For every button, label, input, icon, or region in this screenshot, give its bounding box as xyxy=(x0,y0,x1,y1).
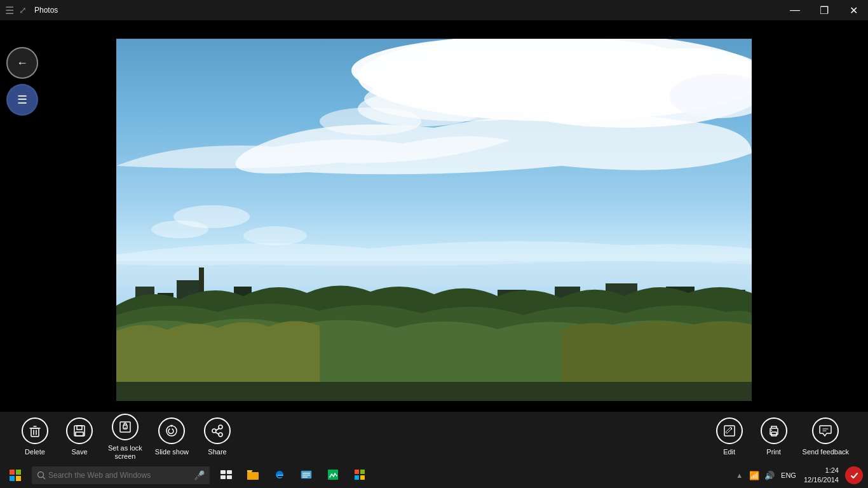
set-lock-screen-label: Set as lock screen xyxy=(108,444,142,461)
print-icon xyxy=(761,417,787,444)
svg-point-41 xyxy=(771,430,772,431)
edit-icon xyxy=(716,417,743,444)
svg-rect-30 xyxy=(116,382,752,401)
file-manager-button[interactable] xyxy=(294,463,319,488)
title-bar: ☰ ⤢ Photos — ❐ ✕ xyxy=(0,0,868,20)
task-view-button[interactable] xyxy=(214,463,239,488)
print-button[interactable]: Print xyxy=(752,417,796,456)
share-label: Share xyxy=(208,448,226,456)
hamburger-icon[interactable]: ☰ xyxy=(5,4,14,17)
svg-rect-49 xyxy=(220,475,226,479)
save-icon xyxy=(66,417,93,444)
svg-rect-40 xyxy=(771,432,776,436)
svg-rect-57 xyxy=(355,470,359,474)
send-feedback-button[interactable]: Send feedback xyxy=(796,417,855,456)
volume-icon[interactable]: 🔊 xyxy=(764,471,775,480)
svg-rect-13 xyxy=(116,261,752,287)
set-lock-screen-button[interactable]: Set as lock screen xyxy=(102,414,149,461)
svg-rect-59 xyxy=(355,475,359,480)
svg-point-61 xyxy=(848,469,860,482)
svg-rect-53 xyxy=(302,473,310,474)
language-indicator[interactable]: ENG xyxy=(781,471,796,479)
delete-button[interactable]: Delete xyxy=(13,417,57,456)
back-button[interactable]: ← xyxy=(6,47,38,79)
svg-rect-54 xyxy=(302,475,310,476)
microphone-icon[interactable]: 🎤 xyxy=(194,470,205,480)
file-explorer-button[interactable] xyxy=(240,463,266,488)
taskbar-apps xyxy=(214,463,372,488)
money-app-button[interactable] xyxy=(320,463,346,488)
svg-rect-44 xyxy=(10,476,15,481)
system-tray: ▲ 📶 🔊 ENG 1:24 12/16/2014 xyxy=(736,466,868,485)
app-title: Photos xyxy=(34,6,58,15)
start-button[interactable] xyxy=(0,463,31,488)
taskbar: 🎤 xyxy=(0,463,868,488)
search-bar[interactable]: 🎤 xyxy=(32,466,210,484)
photo-image xyxy=(116,39,752,401)
svg-rect-45 xyxy=(16,476,21,481)
bottom-toolbar: Delete Save Set as lock screen xyxy=(0,412,868,463)
clock-date: 12/16/2014 xyxy=(804,475,839,485)
edge-browser-button[interactable] xyxy=(267,463,292,488)
svg-rect-58 xyxy=(360,470,365,474)
print-label: Print xyxy=(766,448,781,456)
search-icon xyxy=(37,471,46,480)
save-button[interactable]: Save xyxy=(57,417,102,456)
photo-app-area: ← ☰ xyxy=(0,20,868,419)
slide-show-icon xyxy=(158,417,185,444)
svg-rect-34 xyxy=(76,432,83,436)
delete-label: Delete xyxy=(25,448,45,456)
slide-show-button[interactable]: Slide show xyxy=(149,417,195,456)
svg-point-11 xyxy=(151,220,208,238)
svg-rect-55 xyxy=(302,477,308,478)
store-button[interactable] xyxy=(347,463,372,488)
share-button[interactable]: Share xyxy=(195,417,240,456)
network-icon[interactable]: 📶 xyxy=(749,471,759,480)
svg-rect-50 xyxy=(227,475,232,479)
svg-rect-42 xyxy=(10,470,15,475)
svg-rect-48 xyxy=(227,470,232,474)
close-button[interactable]: ✕ xyxy=(839,0,868,20)
svg-rect-33 xyxy=(77,426,82,430)
send-feedback-icon xyxy=(812,417,839,444)
minimize-button[interactable]: — xyxy=(780,0,810,20)
slide-show-label: Slide show xyxy=(155,448,189,456)
lock-screen-icon xyxy=(112,414,139,440)
svg-rect-43 xyxy=(16,470,21,475)
svg-rect-51 xyxy=(247,472,259,480)
edit-label: Edit xyxy=(723,448,735,456)
notification-icon[interactable] xyxy=(845,466,863,484)
restore-button[interactable]: ❐ xyxy=(810,0,839,20)
send-feedback-label: Send feedback xyxy=(803,448,849,456)
svg-rect-60 xyxy=(360,475,365,480)
fullscreen-icon[interactable]: ⤢ xyxy=(19,5,27,15)
show-hidden-icons[interactable]: ▲ xyxy=(736,471,743,479)
clock[interactable]: 1:24 12/16/2014 xyxy=(804,466,839,485)
save-label: Save xyxy=(71,448,87,456)
share-icon xyxy=(204,417,231,444)
delete-icon xyxy=(22,417,48,444)
edit-button[interactable]: Edit xyxy=(707,417,752,456)
svg-rect-56 xyxy=(328,470,338,480)
menu-button[interactable]: ☰ xyxy=(6,84,38,116)
search-input[interactable] xyxy=(48,471,191,480)
clock-time: 1:24 xyxy=(804,466,839,475)
svg-point-12 xyxy=(243,226,307,245)
svg-rect-31 xyxy=(31,428,39,437)
nav-buttons: ← ☰ xyxy=(0,41,44,127)
svg-rect-47 xyxy=(220,470,226,474)
